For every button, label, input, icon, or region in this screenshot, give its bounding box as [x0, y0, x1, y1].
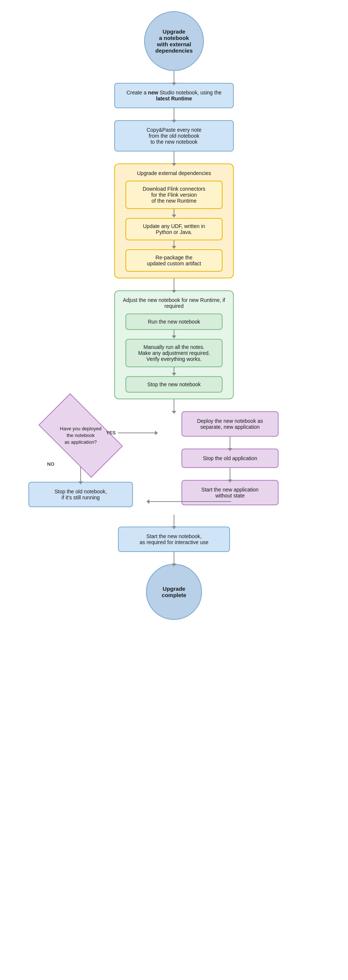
arrow-4	[174, 278, 174, 290]
orange-box2: Update any UDF, written in Python or Jav…	[126, 218, 222, 240]
h-line-left	[149, 501, 231, 502]
decision-section: Have you deployed the notebook as applic…	[13, 411, 335, 507]
group-orange: Upgrade external dependencies Download F…	[114, 164, 234, 278]
h-arrow-yes	[118, 433, 155, 433]
arrow-1	[174, 71, 174, 83]
inner-arrow-g2	[174, 367, 174, 373]
group-green: Adjust the new notebook for new Runtime,…	[114, 290, 234, 399]
diamond-wrapper: Have you deployed the notebook as applic…	[40, 411, 122, 460]
green-box2: Manually run all the notes. Make any adj…	[126, 339, 222, 367]
group-green-title: Adjust the new notebook for new Runtime,…	[123, 297, 225, 309]
orange-box1: Download Flink connectors for the Flink …	[126, 181, 222, 209]
green-box1: Run the new notebook	[126, 313, 222, 330]
right-col: Deploy the new notebook as separate, new…	[178, 411, 282, 505]
deploy-box: Deploy the new notebook as separate, new…	[182, 411, 279, 437]
arrow-5	[174, 399, 174, 411]
yes-label: YES	[106, 430, 116, 436]
no-path: NO	[40, 460, 122, 482]
arrow-r1	[230, 437, 230, 449]
diamond-text: Have you deployed the notebook as applic…	[54, 425, 107, 446]
connector-area	[13, 496, 335, 507]
step1-box: Create a new Studio notebook, using the …	[114, 83, 234, 108]
stop-old-app-box: Stop the old application	[182, 449, 279, 468]
inner-arrow-o1	[174, 209, 174, 215]
green-box3: Stop the new notebook	[126, 376, 222, 393]
arrow-6	[174, 515, 174, 527]
orange-box3: Re-package the updated custom artifact	[126, 249, 222, 272]
no-label: NO	[47, 461, 54, 467]
flowchart: Upgrade a notebook with external depende…	[0, 0, 348, 980]
arrow-2	[174, 108, 174, 120]
left-decision-col: Have you deployed the notebook as applic…	[13, 411, 148, 507]
bold-runtime: latest Runtime	[156, 95, 192, 102]
arrow-7	[174, 552, 174, 564]
end-oval: Upgrade complete	[146, 564, 202, 620]
left-arrowhead	[146, 500, 149, 504]
yes-path: YES	[106, 430, 155, 436]
start-oval: Upgrade a notebook with external depende…	[144, 11, 204, 71]
inner-arrow-g1	[174, 330, 174, 336]
step2-box: Copy&Paste every note from the old noteb…	[114, 120, 234, 151]
bold-new: new	[148, 89, 158, 95]
arrow-no	[80, 467, 81, 482]
inner-arrow-o2	[174, 240, 174, 246]
arrow-3	[174, 151, 174, 164]
h-arrowhead	[155, 431, 158, 435]
arrow-r2	[230, 468, 230, 480]
group-orange-title: Upgrade external dependencies	[137, 170, 211, 176]
start-new-notebook-box: Start the new notebook, as required for …	[118, 527, 230, 552]
